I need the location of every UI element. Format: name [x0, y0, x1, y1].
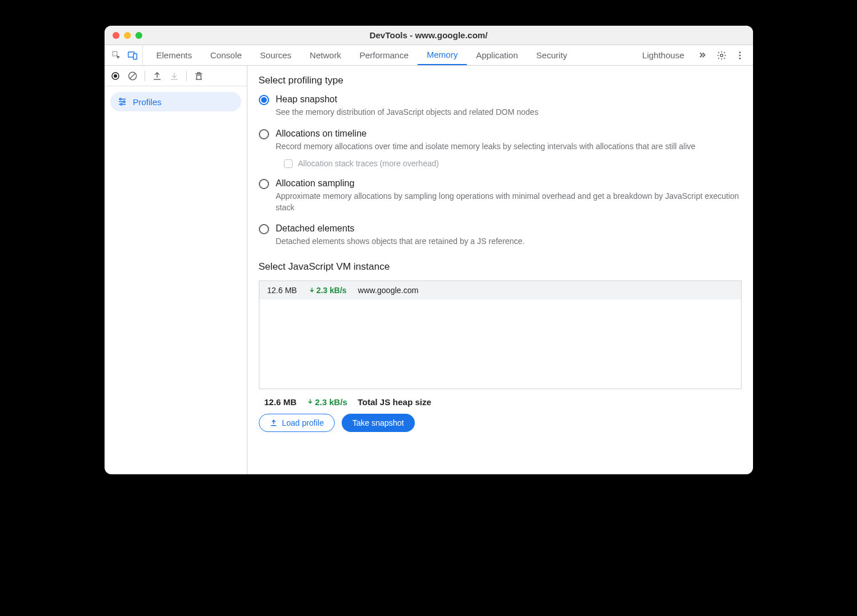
svg-point-5 [739, 54, 740, 56]
option-title: Allocation sampling [276, 178, 742, 189]
vm-rate: 2.3 kB/s [309, 286, 347, 295]
option-allocations-timeline[interactable]: Allocations on timeline Record memory al… [259, 129, 742, 169]
option-title: Heap snapshot [276, 94, 742, 105]
option-desc: Detached elements shows objects that are… [276, 236, 742, 247]
tab-console[interactable]: Console [201, 45, 251, 65]
option-heap-snapshot[interactable]: Heap snapshot See the memory distributio… [259, 94, 742, 118]
tab-application[interactable]: Application [467, 45, 527, 65]
clear-icon[interactable] [127, 71, 138, 81]
svg-point-3 [720, 54, 723, 57]
window-title: DevTools - www.google.com/ [105, 30, 753, 40]
vm-instance-row[interactable]: 12.6 MB 2.3 kB/s www.google.com [259, 281, 741, 299]
record-icon[interactable] [110, 71, 121, 81]
take-snapshot-button[interactable]: Take snapshot [342, 414, 415, 432]
radio-heap-snapshot[interactable] [259, 95, 269, 105]
zoom-window-button[interactable] [135, 32, 142, 39]
arrow-down-icon [309, 287, 315, 294]
total-rate: 2.3 kB/s [307, 397, 347, 407]
vm-instance-list: 12.6 MB 2.3 kB/s www.google.com [259, 281, 742, 389]
tab-sources[interactable]: Sources [251, 45, 301, 65]
more-tabs-icon[interactable] [697, 50, 707, 61]
settings-icon[interactable] [716, 50, 727, 61]
profiles-sidebar: Profiles [105, 66, 247, 474]
button-label: Load profile [282, 418, 324, 427]
option-title: Detached elements [276, 223, 742, 234]
svg-point-12 [121, 103, 122, 105]
upload-icon [270, 419, 278, 427]
option-desc: Record memory allocations over time and … [276, 141, 742, 153]
option-allocation-sampling[interactable]: Allocation sampling Approximate memory a… [259, 178, 742, 213]
checkbox-stack-traces[interactable] [284, 159, 293, 168]
window-titlebar: DevTools - www.google.com/ [105, 26, 753, 45]
option-detached-elements[interactable]: Detached elements Detached elements show… [259, 223, 742, 247]
memory-panel: Select profiling type Heap snapshot See … [247, 66, 753, 474]
sub-option-label: Allocation stack traces (more overhead) [298, 159, 439, 168]
device-toolbar-icon[interactable] [127, 50, 138, 61]
radio-detached-elements[interactable] [259, 224, 269, 234]
vm-size: 12.6 MB [267, 286, 297, 295]
window-controls [105, 32, 142, 39]
tab-elements[interactable]: Elements [147, 45, 202, 65]
sidebar-item-label: Profiles [133, 97, 162, 107]
minimize-window-button[interactable] [124, 32, 131, 39]
tab-lighthouse[interactable]: Lighthouse [633, 45, 693, 65]
garbage-collect-icon[interactable] [194, 71, 204, 81]
tab-performance[interactable]: Performance [350, 45, 418, 65]
option-desc: Approximate memory allocations by sampli… [276, 191, 742, 213]
tab-memory[interactable]: Memory [418, 45, 467, 65]
svg-point-10 [119, 98, 121, 100]
divider [186, 71, 187, 81]
option-desc: See the memory distribution of JavaScrip… [276, 107, 742, 118]
upload-icon[interactable] [152, 71, 162, 81]
total-label: Total JS heap size [358, 397, 431, 407]
kebab-menu-icon[interactable] [735, 50, 745, 61]
devtools-window: DevTools - www.google.com/ Elements Cons… [105, 26, 753, 474]
vm-instance-heading: Select JavaScript VM instance [259, 261, 742, 273]
svg-rect-2 [133, 54, 137, 59]
svg-point-4 [739, 51, 740, 53]
footer-buttons: Load profile Take snapshot [259, 414, 742, 432]
radio-allocation-sampling[interactable] [259, 179, 269, 189]
option-title: Allocations on timeline [276, 129, 742, 139]
devtools-tabbar: Elements Console Sources Network Perform… [105, 45, 753, 66]
svg-point-6 [739, 57, 740, 59]
sliders-icon [117, 97, 127, 107]
radio-allocations-timeline[interactable] [259, 129, 269, 139]
button-label: Take snapshot [353, 418, 404, 427]
arrow-down-icon [307, 398, 314, 405]
sidebar-item-profiles[interactable]: Profiles [110, 92, 241, 111]
total-heap-stats: 12.6 MB 2.3 kB/s Total JS heap size [259, 397, 742, 414]
vm-name: www.google.com [358, 286, 419, 295]
svg-rect-0 [113, 51, 117, 56]
svg-point-8 [114, 74, 117, 78]
total-size: 12.6 MB [265, 397, 297, 407]
profiling-type-heading: Select profiling type [259, 75, 742, 86]
inspect-icon[interactable] [111, 50, 122, 61]
svg-point-11 [123, 101, 125, 103]
tab-network[interactable]: Network [301, 45, 350, 65]
load-profile-button[interactable]: Load profile [259, 414, 335, 432]
download-icon[interactable] [169, 71, 179, 81]
sub-option-stack-traces[interactable]: Allocation stack traces (more overhead) [284, 159, 742, 168]
divider [145, 71, 145, 81]
sidebar-toolbar [105, 66, 247, 86]
tab-security[interactable]: Security [527, 45, 576, 65]
close-window-button[interactable] [113, 32, 119, 39]
